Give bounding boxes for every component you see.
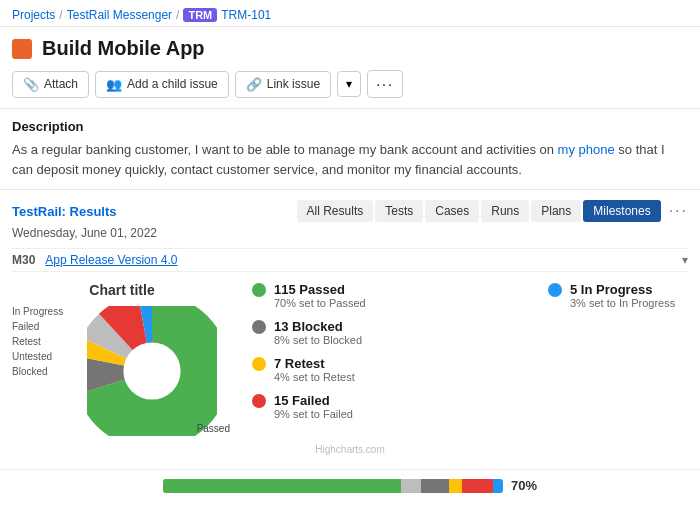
stat-value-in-progress: 5 In Progress xyxy=(570,282,675,297)
tab-cases[interactable]: Cases xyxy=(425,200,479,222)
stat-value-passed: 115 Passed xyxy=(274,282,366,297)
progress-blocked-segment xyxy=(421,479,448,493)
legend-blocked: Blocked xyxy=(12,366,63,377)
chart-area: Chart title In Progress Failed Retest Un… xyxy=(12,272,688,440)
release-left: M30 App Release Version 4.0 xyxy=(12,253,177,267)
breadcrumb-sep2: / xyxy=(176,8,179,22)
breadcrumb-trm-id[interactable]: TRM-101 xyxy=(221,8,271,22)
release-chevron-icon: ▾ xyxy=(682,253,688,267)
tab-tests[interactable]: Tests xyxy=(375,200,423,222)
stat-text-blocked: 13 Blocked 8% set to Blocked xyxy=(274,319,362,346)
stat-retest: 7 Retest 4% set to Retest xyxy=(252,356,528,383)
breadcrumb-sep1: / xyxy=(59,8,62,22)
breadcrumb: Projects / TestRail Messenger / TRM TRM-… xyxy=(0,0,700,27)
stat-value-failed: 15 Failed xyxy=(274,393,353,408)
progress-bar xyxy=(163,479,503,493)
attach-button[interactable]: 📎 Attach xyxy=(12,71,89,98)
toolbar: 📎 Attach 👥 Add a child issue 🔗 Link issu… xyxy=(0,66,700,109)
testrail-more-button[interactable]: ··· xyxy=(669,202,688,220)
stat-blocked: 13 Blocked 8% set to Blocked xyxy=(252,319,528,346)
chart-container: Chart title In Progress Failed Retest Un… xyxy=(12,282,232,436)
progress-untested-segment xyxy=(401,479,421,493)
progress-bar-section: 70% xyxy=(0,469,700,501)
stats-column: 115 Passed 70% set to Passed 13 Blocked … xyxy=(252,282,528,420)
stat-dot-in-progress xyxy=(548,283,562,297)
link-icon: 🔗 xyxy=(246,77,262,92)
results-tabs: All Results Tests Cases Runs Plans Miles… xyxy=(297,200,661,222)
stat-dot-failed xyxy=(252,394,266,408)
tab-milestones[interactable]: Milestones xyxy=(583,200,660,222)
stat-sub-in-progress: 3% set to In Progress xyxy=(570,297,675,309)
progress-in-progress-segment xyxy=(493,479,503,493)
description-label: Description xyxy=(12,119,688,134)
chart-title: Chart title xyxy=(12,282,232,298)
pie-passed-label: Passed xyxy=(197,423,230,434)
tab-runs[interactable]: Runs xyxy=(481,200,529,222)
progress-passed-segment xyxy=(163,479,401,493)
stat-value-blocked: 13 Blocked xyxy=(274,319,362,334)
description-text: As a regular banking customer, I want to… xyxy=(12,140,688,179)
legend-failed: Failed xyxy=(12,321,63,332)
stat-passed: 115 Passed 70% set to Passed xyxy=(252,282,528,309)
breadcrumb-messenger[interactable]: TestRail Messenger xyxy=(67,8,172,22)
stat-text-retest: 7 Retest 4% set to Retest xyxy=(274,356,355,383)
testrail-title: TestRail: Results xyxy=(12,204,117,219)
release-milestone: M30 xyxy=(12,253,35,267)
progress-failed-segment xyxy=(462,479,493,493)
legend-untested: Untested xyxy=(12,351,63,362)
progress-retest-segment xyxy=(449,479,463,493)
description-highlight: my phone xyxy=(558,142,615,157)
stat-text-in-progress: 5 In Progress 3% set to In Progress xyxy=(570,282,675,309)
svg-point-6 xyxy=(123,342,180,399)
issue-type-icon xyxy=(12,39,32,59)
stat-value-retest: 7 Retest xyxy=(274,356,355,371)
attach-icon: 📎 xyxy=(23,77,39,92)
testrail-header: TestRail: Results All Results Tests Case… xyxy=(12,200,688,222)
legend-in-progress: In Progress xyxy=(12,306,63,317)
description-section: Description As a regular banking custome… xyxy=(0,109,700,190)
testrail-date: Wednesday, June 01, 2022 xyxy=(12,226,688,240)
attach-label: Attach xyxy=(44,77,78,91)
toolbar-more-button[interactable]: ··· xyxy=(367,70,403,98)
testrail-section: TestRail: Results All Results Tests Case… xyxy=(0,190,700,469)
tab-all-results[interactable]: All Results xyxy=(297,200,374,222)
progress-percent-label: 70% xyxy=(511,478,537,493)
stat-dot-passed xyxy=(252,283,266,297)
add-child-issue-button[interactable]: 👥 Add a child issue xyxy=(95,71,229,98)
breadcrumb-projects[interactable]: Projects xyxy=(12,8,55,22)
legend-retest: Retest xyxy=(12,336,63,347)
trm-badge: TRM xyxy=(183,8,217,22)
stat-sub-blocked: 8% set to Blocked xyxy=(274,334,362,346)
toolbar-dropdown-button[interactable]: ▾ xyxy=(337,71,361,97)
stat-in-progress: 5 In Progress 3% set to In Progress xyxy=(548,282,688,309)
page-title-section: Build Mobile App xyxy=(0,27,700,66)
stat-dot-blocked xyxy=(252,320,266,334)
description-text-part1: As a regular banking customer, I want to… xyxy=(12,142,558,157)
link-issue-label: Link issue xyxy=(267,77,320,91)
stat-sub-retest: 4% set to Retest xyxy=(274,371,355,383)
add-child-icon: 👥 xyxy=(106,77,122,92)
pie-chart xyxy=(87,306,217,436)
highcharts-credit: Highcharts.com xyxy=(12,440,688,459)
stat-dot-retest xyxy=(252,357,266,371)
release-version-link[interactable]: App Release Version 4.0 xyxy=(45,253,177,267)
link-issue-button[interactable]: 🔗 Link issue xyxy=(235,71,331,98)
stat-failed: 15 Failed 9% set to Failed xyxy=(252,393,528,420)
add-child-label: Add a child issue xyxy=(127,77,218,91)
stat-text-failed: 15 Failed 9% set to Failed xyxy=(274,393,353,420)
release-row: M30 App Release Version 4.0 ▾ xyxy=(12,248,688,272)
stats-column-right: 5 In Progress 3% set to In Progress xyxy=(548,282,688,309)
page-title: Build Mobile App xyxy=(42,37,205,60)
stat-sub-passed: 70% set to Passed xyxy=(274,297,366,309)
stat-text-passed: 115 Passed 70% set to Passed xyxy=(274,282,366,309)
stat-sub-failed: 9% set to Failed xyxy=(274,408,353,420)
tab-plans[interactable]: Plans xyxy=(531,200,581,222)
